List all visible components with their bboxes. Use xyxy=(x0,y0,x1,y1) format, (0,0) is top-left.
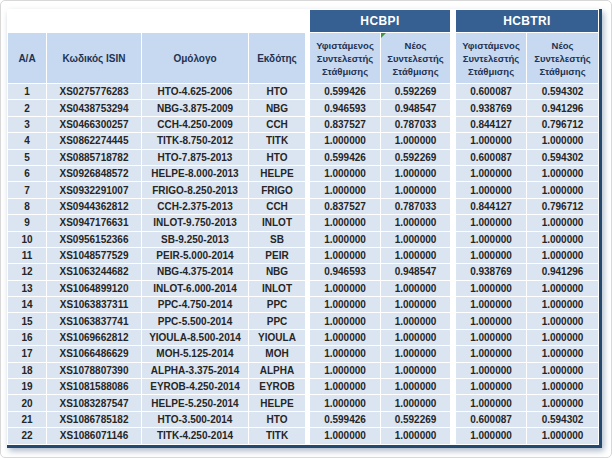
hcbpi-existing-cell[interactable]: 1.000000 xyxy=(310,363,380,378)
row-number-cell[interactable]: 20 xyxy=(8,395,46,410)
hcbpi-new-cell[interactable]: 1.000000 xyxy=(381,248,450,263)
column-header-aa[interactable]: Α/Α xyxy=(8,33,46,83)
issuer-cell[interactable]: HTO xyxy=(249,84,305,99)
issuer-cell[interactable]: INLOT xyxy=(249,215,305,230)
issuer-cell[interactable]: TITK xyxy=(249,428,305,443)
hcbpi-new-cell[interactable]: 0.787033 xyxy=(381,117,450,132)
hcbpi-new-cell[interactable]: 0.592269 xyxy=(381,412,450,427)
isin-cell[interactable]: XS1083287547 xyxy=(47,395,141,410)
hcbpi-new-cell[interactable]: 1.000000 xyxy=(381,281,450,296)
hcbpi-existing-cell[interactable]: 1.000000 xyxy=(310,182,380,197)
isin-cell[interactable]: XS1063244682 xyxy=(47,264,141,279)
bond-cell[interactable]: YIOULA-8.500-2014 xyxy=(142,330,248,345)
hcbpi-existing-cell[interactable]: 0.599426 xyxy=(310,84,380,99)
issuer-cell[interactable]: NBG xyxy=(249,100,305,115)
row-number-cell[interactable]: 21 xyxy=(8,412,46,427)
hcbtri-existing-cell[interactable]: 1.000000 xyxy=(456,232,526,247)
hcbpi-new-cell[interactable]: 1.000000 xyxy=(381,215,450,230)
hcbpi-existing-cell[interactable]: 1.000000 xyxy=(310,166,380,181)
isin-cell[interactable]: XS1086785182 xyxy=(47,412,141,427)
bond-cell[interactable]: TITK-8.750-2012 xyxy=(142,133,248,148)
hcbtri-new-cell[interactable]: 1.000000 xyxy=(527,330,598,345)
hcbpi-new-cell[interactable]: 1.000000 xyxy=(381,182,450,197)
hcbtri-new-cell[interactable]: 1.000000 xyxy=(527,297,598,312)
hcbtri-new-cell[interactable]: 1.000000 xyxy=(527,232,598,247)
hcbtri-existing-cell[interactable]: 1.000000 xyxy=(456,428,526,443)
row-number-cell[interactable]: 10 xyxy=(8,232,46,247)
hcbtri-existing-cell[interactable]: 0.844127 xyxy=(456,199,526,214)
column-header-issuer[interactable]: Εκδότης xyxy=(249,33,305,83)
hcbpi-new-cell[interactable]: 1.000000 xyxy=(381,363,450,378)
issuer-cell[interactable]: CCH xyxy=(249,117,305,132)
bond-cell[interactable]: INLOT-9.750-2013 xyxy=(142,215,248,230)
bond-cell[interactable]: HELPE-8.000-2013 xyxy=(142,166,248,181)
isin-cell[interactable]: XS0438753294 xyxy=(47,100,141,115)
hcbtri-new-cell[interactable]: 1.000000 xyxy=(527,281,598,296)
hcbpi-new-cell[interactable]: 1.000000 xyxy=(381,232,450,247)
row-number-cell[interactable]: 14 xyxy=(8,297,46,312)
isin-cell[interactable]: XS0885718782 xyxy=(47,150,141,165)
hcbpi-existing-cell[interactable]: 1.000000 xyxy=(310,346,380,361)
isin-cell[interactable]: XS1086071146 xyxy=(47,428,141,443)
row-number-cell[interactable]: 16 xyxy=(8,330,46,345)
hcbpi-existing-cell[interactable]: 0.946593 xyxy=(310,100,380,115)
bond-cell[interactable]: CCH-4.250-2009 xyxy=(142,117,248,132)
issuer-cell[interactable]: PEIR xyxy=(249,248,305,263)
bond-cell[interactable]: HELPE-5.250-2014 xyxy=(142,395,248,410)
hcbpi-existing-cell[interactable]: 1.000000 xyxy=(310,313,380,328)
hcbpi-new-cell[interactable]: 1.000000 xyxy=(381,297,450,312)
bond-cell[interactable]: PPC-5.500-2014 xyxy=(142,313,248,328)
isin-cell[interactable]: XS0466300257 xyxy=(47,117,141,132)
hcbpi-new-cell[interactable]: 0.948547 xyxy=(381,100,450,115)
column-header-hcbtri-new[interactable]: Νέος Συντελεστής Στάθμισης xyxy=(527,33,598,83)
hcbtri-new-cell[interactable]: 0.594302 xyxy=(527,412,598,427)
hcbtri-new-cell[interactable]: 1.000000 xyxy=(527,248,598,263)
hcbpi-existing-cell[interactable]: 0.599426 xyxy=(310,412,380,427)
row-number-cell[interactable]: 2 xyxy=(8,100,46,115)
row-number-cell[interactable]: 22 xyxy=(8,428,46,443)
issuer-cell[interactable]: PPC xyxy=(249,313,305,328)
isin-cell[interactable]: XS0944362812 xyxy=(47,199,141,214)
hcbtri-new-cell[interactable]: 0.941296 xyxy=(527,264,598,279)
issuer-cell[interactable]: NBG xyxy=(249,264,305,279)
hcbtri-new-cell[interactable]: 1.000000 xyxy=(527,346,598,361)
hcbpi-new-cell[interactable]: 1.000000 xyxy=(381,346,450,361)
hcbtri-existing-cell[interactable]: 1.000000 xyxy=(456,330,526,345)
row-number-cell[interactable]: 7 xyxy=(8,182,46,197)
isin-cell[interactable]: XS1066486629 xyxy=(47,346,141,361)
bond-cell[interactable]: TITK-4.250-2014 xyxy=(142,428,248,443)
row-number-cell[interactable]: 5 xyxy=(8,150,46,165)
bond-cell[interactable]: EYROB-4.250-2014 xyxy=(142,379,248,394)
hcbtri-new-cell[interactable]: 1.000000 xyxy=(527,133,598,148)
issuer-cell[interactable]: HELPE xyxy=(249,166,305,181)
row-number-cell[interactable]: 1 xyxy=(8,84,46,99)
row-number-cell[interactable]: 4 xyxy=(8,133,46,148)
issuer-cell[interactable]: SB xyxy=(249,232,305,247)
hcbpi-new-cell[interactable]: 1.000000 xyxy=(381,379,450,394)
bond-cell[interactable]: PEIR-5.000-2014 xyxy=(142,248,248,263)
hcbpi-existing-cell[interactable]: 0.837527 xyxy=(310,117,380,132)
hcbtri-new-cell[interactable]: 0.796712 xyxy=(527,199,598,214)
issuer-cell[interactable]: PPC xyxy=(249,297,305,312)
group-header-hcbpi[interactable]: HCBPI xyxy=(310,10,450,32)
isin-cell[interactable]: XS0926848572 xyxy=(47,166,141,181)
hcbtri-existing-cell[interactable]: 1.000000 xyxy=(456,346,526,361)
hcbtri-existing-cell[interactable]: 0.938769 xyxy=(456,264,526,279)
isin-cell[interactable]: XS1069662812 xyxy=(47,330,141,345)
hcbpi-new-cell[interactable]: 1.000000 xyxy=(381,313,450,328)
bond-cell[interactable]: CCH-2.375-2013 xyxy=(142,199,248,214)
hcbtri-existing-cell[interactable]: 0.938769 xyxy=(456,100,526,115)
hcbtri-existing-cell[interactable]: 1.000000 xyxy=(456,313,526,328)
issuer-cell[interactable]: FRIGO xyxy=(249,182,305,197)
hcbtri-existing-cell[interactable]: 1.000000 xyxy=(456,182,526,197)
bond-cell[interactable]: MOH-5.125-2014 xyxy=(142,346,248,361)
hcbpi-new-cell[interactable]: 0.948547 xyxy=(381,264,450,279)
hcbtri-existing-cell[interactable]: 1.000000 xyxy=(456,281,526,296)
row-number-cell[interactable]: 19 xyxy=(8,379,46,394)
isin-cell[interactable]: XS0862274445 xyxy=(47,133,141,148)
hcbtri-new-cell[interactable]: 0.941296 xyxy=(527,100,598,115)
hcbtri-existing-cell[interactable]: 0.600087 xyxy=(456,84,526,99)
hcbpi-new-cell[interactable]: 1.000000 xyxy=(381,395,450,410)
hcbtri-existing-cell[interactable]: 0.600087 xyxy=(456,412,526,427)
hcbtri-existing-cell[interactable]: 1.000000 xyxy=(456,297,526,312)
